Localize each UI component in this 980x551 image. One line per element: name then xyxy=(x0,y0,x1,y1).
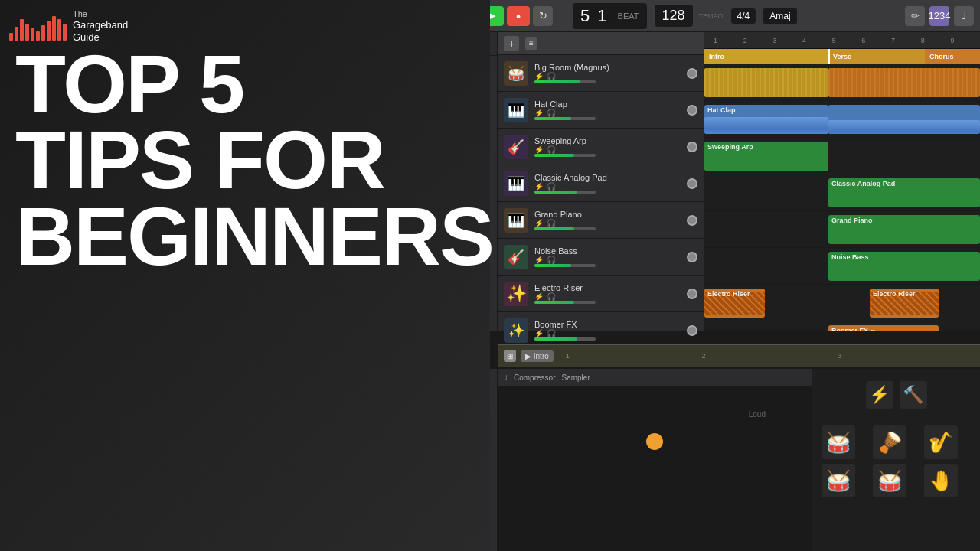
bottom-timeline-bar: ⊞ ▶ Intro 1 2 3 xyxy=(498,344,980,367)
volume-slider-piano[interactable] xyxy=(534,227,596,230)
tracks-header: + ≡ xyxy=(498,32,704,55)
section-labels-row: Intro Verse Chorus xyxy=(704,49,980,64)
arr-track-piano: Grand Piano xyxy=(704,211,980,248)
track-item[interactable]: 🎸 Noise Bass ⚡🎧 xyxy=(498,239,704,276)
track-icon-pad: 🎹 xyxy=(504,171,528,196)
track-item[interactable]: 🎹 Classic Analog Pad ⚡🎧 xyxy=(498,165,704,202)
track-knob-pad[interactable] xyxy=(687,178,697,189)
instrument-icon-5[interactable]: 🥁 xyxy=(873,464,906,497)
arr-track-boomer: Boomer FX ∞ xyxy=(704,321,980,331)
track-name-hat-clap: Hat Clap ⚡🎧 xyxy=(534,99,681,120)
track-item[interactable]: 🎹 Hat Clap ⚡🎧 xyxy=(498,92,704,129)
xy-pad[interactable]: Loud xyxy=(498,387,812,551)
track-knob-arp[interactable] xyxy=(687,142,697,152)
piano-roll-ruler: 1 2 3 xyxy=(558,352,974,360)
instrument-icon-6[interactable]: 🤚 xyxy=(924,464,958,497)
toolbar-right: ✏ 1234 ♩ xyxy=(905,6,974,26)
instrument-icon-2[interactable]: 🪘 xyxy=(873,425,906,459)
instrument-icon-3[interactable]: 🎷 xyxy=(924,425,958,459)
clip-hat-intro[interactable]: Hat Clap xyxy=(704,105,828,134)
volume-slider-bass[interactable] xyxy=(534,264,596,267)
filter-btn[interactable]: ≡ xyxy=(525,37,537,50)
section-intro-label: ▶ Intro xyxy=(521,350,554,362)
key-display[interactable]: Amaj xyxy=(763,8,796,24)
instrument-icon-4[interactable]: 🥁 xyxy=(822,464,855,497)
piano-roll-icon[interactable]: ⊞ xyxy=(504,350,516,362)
smart-controls-bar: ♩ Compressor Sampler xyxy=(498,369,812,387)
arr-track-hat: Hat Clap xyxy=(704,101,980,138)
lightning-icon[interactable]: ⚡ xyxy=(866,381,893,409)
clip-boomer[interactable]: Boomer FX ∞ xyxy=(828,325,939,331)
volume-slider-riser[interactable] xyxy=(534,301,596,304)
clip-big-room-intro[interactable] xyxy=(704,68,828,97)
tempo-label: TEMPO xyxy=(699,12,724,20)
verse-section: Verse xyxy=(828,49,925,64)
track-name-analog-pad: Classic Analog Pad ⚡🎧 xyxy=(534,173,681,194)
track-knob-riser[interactable] xyxy=(687,289,697,299)
arr-track-pad: Classic Analog Pad xyxy=(704,174,980,211)
track-knob-bass[interactable] xyxy=(687,252,697,262)
record-btn[interactable]: ● xyxy=(507,6,530,26)
tracks-list: 🥁 Big Room (Magnus) ⚡🎧 🎹 xyxy=(498,55,704,349)
thumbnail-overlay: The Garageband Guide TOP 5 TIPS FOR BEGI… xyxy=(0,0,490,551)
brush-btn[interactable]: ✏ xyxy=(905,6,925,26)
hammer-icon[interactable]: 🔨 xyxy=(900,381,927,409)
time-signature[interactable]: 4/4 xyxy=(731,8,756,24)
bottom-instrument-browser: ⚡ 🔨 🥁 🪘 🎷 🥁 🥁 🤚 xyxy=(812,369,980,551)
track-icon-bass: 🎸 xyxy=(504,245,528,269)
cycle-btn[interactable]: ↻ xyxy=(533,6,553,26)
track-name-big-room: Big Room (Magnus) ⚡🎧 xyxy=(534,63,681,83)
instrument-grid: 🥁 🪘 🎷 🥁 🥁 🤚 xyxy=(818,422,974,500)
bottom-smart-controls: ♩ Compressor Sampler Loud xyxy=(498,369,812,551)
xy-dot[interactable] xyxy=(646,433,663,450)
volume-slider-pad[interactable] xyxy=(534,191,596,194)
track-icon-piano: 🎹 xyxy=(504,208,528,233)
track-icon-boomer: ✨ xyxy=(504,318,528,343)
track-item[interactable]: ✨ Boomer FX ⚡🎧 xyxy=(498,312,704,349)
track-icon-drum: 🥁 xyxy=(504,61,528,86)
track-knob[interactable] xyxy=(687,68,697,79)
volume-slider-hat[interactable] xyxy=(534,117,596,120)
arr-track-bass: Noise Bass xyxy=(704,248,980,285)
title-text: TOP 5 TIPS FOR BEGINNERS xyxy=(15,46,475,274)
volume-slider-arp[interactable] xyxy=(534,154,596,157)
track-knob-boomer[interactable] xyxy=(687,325,697,336)
timeline-ruler: 1 2 3 4 5 6 7 8 9 xyxy=(704,32,980,49)
track-icon-arp: 🎸 xyxy=(504,135,528,159)
track-item[interactable]: 🎸 Sweeping Arp ⚡🎧 xyxy=(498,129,704,165)
logo-icon xyxy=(9,11,67,41)
add-track-btn[interactable]: + xyxy=(504,36,519,51)
clip-hat-verse[interactable] xyxy=(828,105,980,134)
clip-pad[interactable]: Classic Analog Pad xyxy=(828,178,980,207)
track-name-grand-piano: Grand Piano ⚡🎧 xyxy=(534,210,681,230)
track-item[interactable]: 🎹 Grand Piano ⚡🎧 xyxy=(498,202,704,239)
track-item[interactable]: 🥁 Big Room (Magnus) ⚡🎧 xyxy=(498,55,704,92)
track-knob-piano[interactable] xyxy=(687,215,697,226)
playhead xyxy=(828,49,830,64)
track-icon-synth: 🎹 xyxy=(504,98,528,122)
counter-labels: BEAT xyxy=(618,11,639,21)
tempo-display[interactable]: 128 xyxy=(655,5,693,27)
track-name-boomer-fx: Boomer FX ⚡🎧 xyxy=(534,320,681,341)
clip-arp[interactable]: Sweeping Arp xyxy=(704,142,828,171)
instrument-icon-1[interactable]: 🥁 xyxy=(822,425,855,459)
volume-slider-boomer[interactable] xyxy=(534,337,596,341)
arr-track-drum xyxy=(704,64,980,101)
track-item[interactable]: ✨ Electro Riser ⚡🎧 xyxy=(498,276,704,312)
track-name-sweeping-arp: Sweeping Arp ⚡🎧 xyxy=(534,136,681,157)
tracks-list-panel: + ≡ 🥁 Big Room (Magnus) ⚡🎧 xyxy=(498,32,704,331)
track-knob-hat[interactable] xyxy=(687,105,697,116)
counter-display: 5 1 BEAT xyxy=(573,3,647,29)
midi-btn[interactable]: 1234 xyxy=(929,6,949,26)
clip-label-hat: Hat Clap xyxy=(707,106,736,114)
clip-riser-1[interactable]: Electro Riser xyxy=(704,289,765,318)
loud-label: Loud xyxy=(749,410,766,419)
clip-bass[interactable]: Noise Bass xyxy=(828,252,980,281)
metronome-btn[interactable]: ♩ xyxy=(954,6,974,26)
clip-big-room-verse[interactable] xyxy=(828,68,980,97)
clip-riser-2[interactable]: Electro Riser xyxy=(870,289,939,318)
clip-piano[interactable]: Grand Piano xyxy=(828,215,980,244)
volume-slider[interactable] xyxy=(534,80,596,83)
instrument-top-icons: ⚡ 🔨 xyxy=(818,375,974,415)
track-icon-riser: ✨ xyxy=(504,282,528,306)
